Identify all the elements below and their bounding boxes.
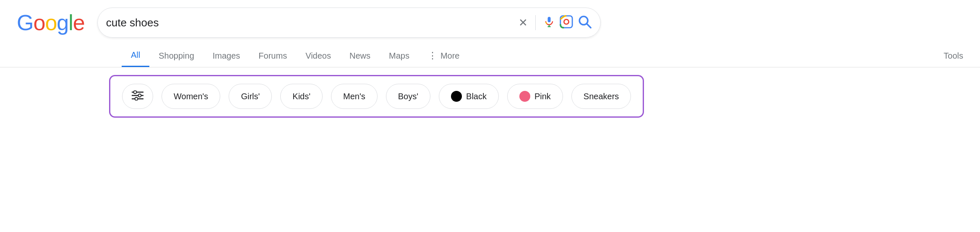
logo-letter-l: l (68, 10, 73, 35)
black-color-dot (451, 91, 462, 102)
filter-chip-mens-label: Men's (343, 92, 365, 101)
filter-row-wrapper: Women's Girls' Kids' Men's Boys' Black P… (0, 75, 980, 118)
tab-shopping[interactable]: Shopping (149, 45, 203, 67)
tab-tools-label: Tools (944, 51, 963, 61)
svg-point-4 (564, 19, 568, 24)
more-dots-icon: ⋮ (428, 50, 438, 61)
tab-forums-label: Forums (258, 51, 287, 61)
tab-maps-label: Maps (389, 51, 409, 61)
tab-images-label: Images (213, 51, 240, 61)
filter-chip-womens-label: Women's (174, 92, 208, 101)
tab-maps[interactable]: Maps (380, 45, 419, 67)
svg-point-10 (138, 94, 141, 97)
filter-chip-boys[interactable]: Boys' (386, 84, 430, 109)
microphone-icon[interactable] (543, 14, 555, 31)
pink-color-dot (519, 91, 530, 102)
svg-rect-0 (547, 17, 550, 22)
svg-point-12 (135, 97, 138, 100)
clear-icon[interactable]: ✕ (519, 17, 528, 28)
google-logo[interactable]: Google (17, 10, 85, 35)
tab-videos[interactable]: Videos (296, 45, 340, 67)
tab-images[interactable]: Images (203, 45, 250, 67)
logo-letter-o2: o (45, 10, 57, 35)
tune-icon (132, 90, 143, 103)
filter-chip-kids[interactable]: Kids' (280, 84, 323, 109)
logo-letter-e: e (73, 10, 85, 35)
logo-letter-g: G (17, 10, 33, 35)
svg-line-6 (587, 24, 591, 28)
filter-chip-pink-label: Pink (534, 92, 551, 101)
logo-letter-g2: g (57, 10, 68, 35)
filter-chip-black[interactable]: Black (439, 84, 499, 109)
filter-chip-boys-label: Boys' (398, 92, 418, 101)
filter-chip-sneakers-label: Sneakers (584, 92, 619, 101)
svg-point-8 (134, 90, 137, 93)
tab-videos-label: Videos (305, 51, 331, 61)
filter-tune-chip[interactable] (122, 84, 153, 109)
tab-news-label: News (349, 51, 370, 61)
filter-chip-girls-label: Girls' (241, 92, 260, 101)
search-bar: ✕ (97, 8, 601, 38)
filter-chip-pink[interactable]: Pink (507, 84, 563, 109)
lens-icon[interactable] (559, 15, 573, 31)
tab-more-label: More (440, 51, 460, 61)
tab-shopping-label: Shopping (159, 51, 194, 61)
tab-all-label: All (131, 50, 140, 60)
search-icon[interactable] (578, 15, 592, 31)
filter-chip-womens[interactable]: Women's (162, 84, 220, 109)
nav-tabs: All Shopping Images Forums Videos News M… (0, 44, 980, 67)
search-input[interactable] (106, 16, 514, 29)
search-divider (535, 15, 536, 30)
tab-all[interactable]: All (122, 44, 149, 67)
filter-chip-black-label: Black (466, 92, 487, 101)
filter-chip-kids-label: Kids' (292, 92, 310, 101)
header: Google ✕ (0, 0, 980, 38)
filter-chip-mens[interactable]: Men's (331, 84, 378, 109)
filter-row-highlight: Women's Girls' Kids' Men's Boys' Black P… (109, 75, 644, 118)
tab-forums[interactable]: Forums (249, 45, 296, 67)
tab-news[interactable]: News (340, 45, 380, 67)
tab-tools[interactable]: Tools (934, 45, 980, 67)
logo-letter-o1: o (33, 10, 45, 35)
tab-more[interactable]: ⋮ More (419, 44, 469, 67)
filter-chip-girls[interactable]: Girls' (229, 84, 272, 109)
filter-chip-sneakers[interactable]: Sneakers (571, 84, 631, 109)
